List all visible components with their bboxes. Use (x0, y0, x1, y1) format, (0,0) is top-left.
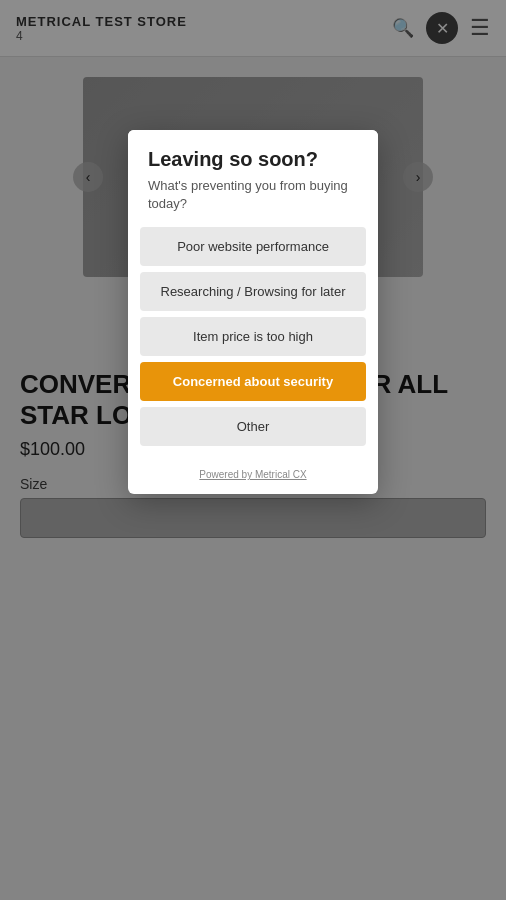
modal-title: Leaving so soon? (148, 148, 358, 171)
modal-options: Poor website performance Researching / B… (128, 227, 378, 458)
option-poor-performance[interactable]: Poor website performance (140, 227, 366, 266)
option-security[interactable]: Concerned about security (140, 362, 366, 401)
modal-header: Leaving so soon? What's preventing you f… (128, 130, 378, 227)
modal-overlay: Leaving so soon? What's preventing you f… (0, 0, 506, 900)
modal-footer: Powered by Metrical CX (128, 458, 378, 494)
option-researching[interactable]: Researching / Browsing for later (140, 272, 366, 311)
option-other[interactable]: Other (140, 407, 366, 446)
powered-by-link[interactable]: Powered by Metrical CX (199, 469, 306, 480)
modal-subtitle: What's preventing you from buying today? (148, 177, 358, 213)
phone-frame: METRICAL TEST STORE 4 🔍 ✕ ☰ (0, 0, 506, 900)
option-price-high[interactable]: Item price is too high (140, 317, 366, 356)
exit-intent-modal: Leaving so soon? What's preventing you f… (128, 130, 378, 494)
